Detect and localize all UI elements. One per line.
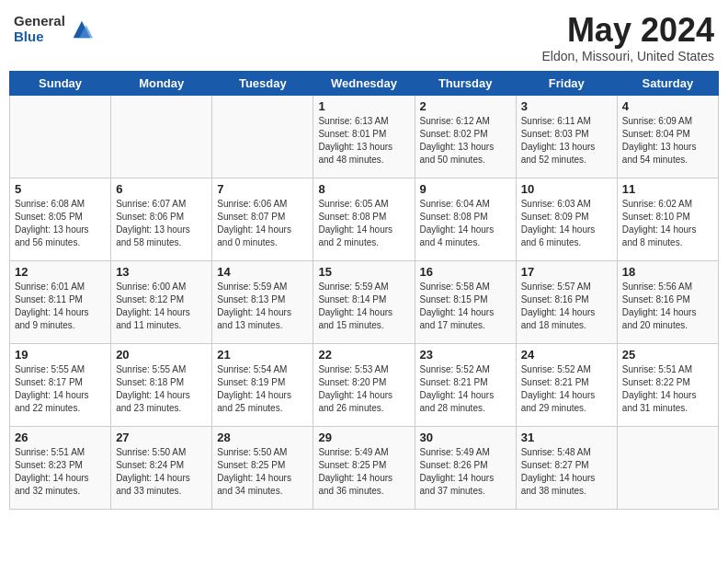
day-cell-8: 8Sunrise: 6:05 AMSunset: 8:08 PMDaylight… xyxy=(313,178,415,261)
day-number-15: 15 xyxy=(318,265,409,279)
day-cell-23: 23Sunrise: 5:52 AMSunset: 8:21 PMDayligh… xyxy=(415,344,516,427)
day-info-13: Sunrise: 6:00 AMSunset: 8:12 PMDaylight:… xyxy=(116,281,207,332)
calendar-title: May 2024 xyxy=(541,14,714,47)
week-row-1: 1Sunrise: 6:13 AMSunset: 8:01 PMDaylight… xyxy=(10,96,719,178)
title-section: May 2024 Eldon, Missouri, United States xyxy=(541,14,714,63)
day-info-23: Sunrise: 5:52 AMSunset: 8:21 PMDaylight:… xyxy=(420,363,511,415)
weekday-monday: Monday xyxy=(111,72,212,96)
calendar-subtitle: Eldon, Missouri, United States xyxy=(541,49,714,63)
day-cell-17: 17Sunrise: 5:57 AMSunset: 8:16 PMDayligh… xyxy=(516,261,617,344)
day-number-4: 4 xyxy=(622,99,713,113)
day-cell-10: 10Sunrise: 6:03 AMSunset: 8:09 PMDayligh… xyxy=(516,178,617,261)
day-cell-29: 29Sunrise: 5:49 AMSunset: 8:25 PMDayligh… xyxy=(313,427,415,510)
day-number-30: 30 xyxy=(420,431,511,444)
day-cell-4: 4Sunrise: 6:09 AMSunset: 8:04 PMDaylight… xyxy=(617,96,718,178)
day-number-18: 18 xyxy=(622,265,713,279)
weekday-friday: Friday xyxy=(516,72,617,96)
day-number-9: 9 xyxy=(420,182,511,196)
day-cell-13: 13Sunrise: 6:00 AMSunset: 8:12 PMDayligh… xyxy=(111,261,212,344)
empty-cell-w0-d0 xyxy=(10,96,111,178)
day-cell-24: 24Sunrise: 5:52 AMSunset: 8:21 PMDayligh… xyxy=(516,344,617,427)
logo-blue-text: Blue xyxy=(14,29,65,45)
day-number-17: 17 xyxy=(521,265,612,279)
day-number-26: 26 xyxy=(15,431,106,444)
day-number-27: 27 xyxy=(116,431,207,444)
day-number-20: 20 xyxy=(116,348,207,362)
weekday-thursday: Thursday xyxy=(415,72,516,96)
day-info-22: Sunrise: 5:53 AMSunset: 8:20 PMDaylight:… xyxy=(318,363,409,415)
day-cell-27: 27Sunrise: 5:50 AMSunset: 8:24 PMDayligh… xyxy=(111,427,212,510)
day-number-14: 14 xyxy=(217,265,308,279)
day-info-11: Sunrise: 6:02 AMSunset: 8:10 PMDaylight:… xyxy=(622,198,713,249)
day-number-8: 8 xyxy=(318,182,409,196)
day-number-6: 6 xyxy=(116,182,207,196)
day-info-24: Sunrise: 5:52 AMSunset: 8:21 PMDaylight:… xyxy=(521,363,612,415)
day-cell-5: 5Sunrise: 6:08 AMSunset: 8:05 PMDaylight… xyxy=(10,178,111,261)
weekday-wednesday: Wednesday xyxy=(313,72,415,96)
day-cell-11: 11Sunrise: 6:02 AMSunset: 8:10 PMDayligh… xyxy=(617,178,718,261)
day-info-30: Sunrise: 5:49 AMSunset: 8:26 PMDaylight:… xyxy=(420,446,511,498)
day-info-18: Sunrise: 5:56 AMSunset: 8:16 PMDaylight:… xyxy=(622,281,713,332)
day-cell-12: 12Sunrise: 6:01 AMSunset: 8:11 PMDayligh… xyxy=(10,261,111,344)
day-cell-30: 30Sunrise: 5:49 AMSunset: 8:26 PMDayligh… xyxy=(415,427,516,510)
day-number-22: 22 xyxy=(318,348,409,362)
day-cell-19: 19Sunrise: 5:55 AMSunset: 8:17 PMDayligh… xyxy=(10,344,111,427)
day-number-31: 31 xyxy=(521,431,612,444)
day-info-15: Sunrise: 5:59 AMSunset: 8:14 PMDaylight:… xyxy=(318,281,409,332)
empty-cell-w4-d6 xyxy=(617,427,718,510)
day-number-12: 12 xyxy=(15,265,106,279)
day-number-16: 16 xyxy=(420,265,511,279)
day-info-14: Sunrise: 5:59 AMSunset: 8:13 PMDaylight:… xyxy=(217,281,308,332)
weekday-tuesday: Tuesday xyxy=(212,72,313,96)
day-cell-26: 26Sunrise: 5:51 AMSunset: 8:23 PMDayligh… xyxy=(10,427,111,510)
page-header: General Blue May 2024 Eldon, Missouri, U… xyxy=(9,9,719,63)
day-number-1: 1 xyxy=(318,99,409,113)
day-cell-3: 3Sunrise: 6:11 AMSunset: 8:03 PMDaylight… xyxy=(516,96,617,178)
day-number-13: 13 xyxy=(116,265,207,279)
week-row-2: 5Sunrise: 6:08 AMSunset: 8:05 PMDaylight… xyxy=(10,178,719,261)
day-info-2: Sunrise: 6:12 AMSunset: 8:02 PMDaylight:… xyxy=(420,115,511,167)
day-cell-14: 14Sunrise: 5:59 AMSunset: 8:13 PMDayligh… xyxy=(212,261,313,344)
day-info-10: Sunrise: 6:03 AMSunset: 8:09 PMDaylight:… xyxy=(521,198,612,249)
day-info-28: Sunrise: 5:50 AMSunset: 8:25 PMDaylight:… xyxy=(217,446,308,498)
logo: General Blue xyxy=(14,14,95,44)
logo-icon xyxy=(69,17,95,42)
day-number-19: 19 xyxy=(15,348,106,362)
day-info-1: Sunrise: 6:13 AMSunset: 8:01 PMDaylight:… xyxy=(318,115,409,167)
day-number-7: 7 xyxy=(217,182,308,196)
day-cell-6: 6Sunrise: 6:07 AMSunset: 8:06 PMDaylight… xyxy=(111,178,212,261)
day-number-11: 11 xyxy=(622,182,713,196)
week-row-4: 19Sunrise: 5:55 AMSunset: 8:17 PMDayligh… xyxy=(10,344,719,427)
day-info-5: Sunrise: 6:08 AMSunset: 8:05 PMDaylight:… xyxy=(15,198,106,249)
day-info-17: Sunrise: 5:57 AMSunset: 8:16 PMDaylight:… xyxy=(521,281,612,332)
day-info-21: Sunrise: 5:54 AMSunset: 8:19 PMDaylight:… xyxy=(217,363,308,415)
week-row-3: 12Sunrise: 6:01 AMSunset: 8:11 PMDayligh… xyxy=(10,261,719,344)
weekday-sunday: Sunday xyxy=(10,72,111,96)
day-info-31: Sunrise: 5:48 AMSunset: 8:27 PMDaylight:… xyxy=(521,446,612,498)
day-cell-25: 25Sunrise: 5:51 AMSunset: 8:22 PMDayligh… xyxy=(617,344,718,427)
day-number-25: 25 xyxy=(622,348,713,362)
weekday-header-row: SundayMondayTuesdayWednesdayThursdayFrid… xyxy=(10,72,719,96)
day-cell-21: 21Sunrise: 5:54 AMSunset: 8:19 PMDayligh… xyxy=(212,344,313,427)
day-info-9: Sunrise: 6:04 AMSunset: 8:08 PMDaylight:… xyxy=(420,198,511,249)
day-info-26: Sunrise: 5:51 AMSunset: 8:23 PMDaylight:… xyxy=(15,446,106,498)
empty-cell-w0-d1 xyxy=(111,96,212,178)
day-number-24: 24 xyxy=(521,348,612,362)
empty-cell-w0-d2 xyxy=(212,96,313,178)
day-cell-9: 9Sunrise: 6:04 AMSunset: 8:08 PMDaylight… xyxy=(415,178,516,261)
day-info-6: Sunrise: 6:07 AMSunset: 8:06 PMDaylight:… xyxy=(116,198,207,249)
day-cell-7: 7Sunrise: 6:06 AMSunset: 8:07 PMDaylight… xyxy=(212,178,313,261)
day-info-29: Sunrise: 5:49 AMSunset: 8:25 PMDaylight:… xyxy=(318,446,409,498)
day-cell-31: 31Sunrise: 5:48 AMSunset: 8:27 PMDayligh… xyxy=(516,427,617,510)
day-info-25: Sunrise: 5:51 AMSunset: 8:22 PMDaylight:… xyxy=(622,363,713,415)
day-info-16: Sunrise: 5:58 AMSunset: 8:15 PMDaylight:… xyxy=(420,281,511,332)
day-cell-1: 1Sunrise: 6:13 AMSunset: 8:01 PMDaylight… xyxy=(313,96,415,178)
day-info-19: Sunrise: 5:55 AMSunset: 8:17 PMDaylight:… xyxy=(15,363,106,415)
day-cell-28: 28Sunrise: 5:50 AMSunset: 8:25 PMDayligh… xyxy=(212,427,313,510)
day-cell-16: 16Sunrise: 5:58 AMSunset: 8:15 PMDayligh… xyxy=(415,261,516,344)
day-cell-15: 15Sunrise: 5:59 AMSunset: 8:14 PMDayligh… xyxy=(313,261,415,344)
day-info-12: Sunrise: 6:01 AMSunset: 8:11 PMDaylight:… xyxy=(15,281,106,332)
day-number-5: 5 xyxy=(15,182,106,196)
day-number-10: 10 xyxy=(521,182,612,196)
day-number-28: 28 xyxy=(217,431,308,444)
